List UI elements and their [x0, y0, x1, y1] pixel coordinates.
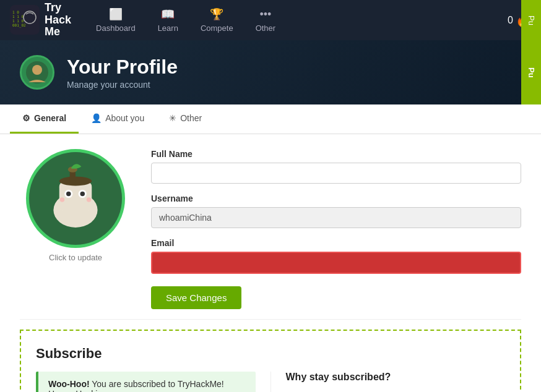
upgrade-button[interactable]: Pu — [521, 0, 541, 40]
success-banner: Woo-Hoo! You are subscribed to TryHackMe… — [36, 372, 256, 392]
tab-about-you[interactable]: 👤 About you — [79, 104, 157, 134]
profile-upgrade-button[interactable]: Pu — [521, 40, 541, 104]
nav-label-other: Other — [256, 23, 276, 33]
username-input[interactable] — [151, 207, 521, 228]
full-name-group: Full Name — [151, 149, 521, 184]
profile-header: Your Profile Manage your account Pu — [0, 40, 541, 104]
svg-text:1 1 0: 1 1 0 — [12, 14, 24, 19]
form-section: Full Name Username Email Save Changes — [151, 149, 521, 309]
svg-text:1 1 0: 1 1 0 — [12, 19, 24, 23]
main-content: Click to update Full Name Username Email… — [0, 134, 541, 392]
nav-label-compete: Compete — [201, 23, 233, 33]
svg-point-7 — [32, 65, 42, 75]
tab-other[interactable]: ✳ Other — [157, 104, 214, 134]
full-name-input[interactable] — [151, 163, 521, 184]
woo-text: Woo-Hoo! — [48, 379, 90, 389]
avatar-icon — [25, 60, 50, 85]
other-icon: ••• — [259, 8, 271, 21]
avatar-click-label: Click to update — [49, 253, 102, 262]
save-changes-button[interactable]: Save Changes — [151, 286, 241, 309]
tab-general[interactable]: ⚙ General — [10, 104, 79, 134]
nav-items: ⬜ Dashboard 📖 Learn 🏆 Compete ••• Other — [86, 2, 508, 38]
username-label: Username — [151, 194, 521, 203]
svg-text:1 0: 1 0 — [12, 10, 19, 14]
full-name-label: Full Name — [151, 149, 521, 159]
subscribe-title: Subscribe — [36, 346, 505, 362]
compete-icon: 🏆 — [210, 7, 223, 21]
email-input[interactable] — [151, 252, 521, 274]
svg-point-13 — [66, 192, 71, 197]
username-group: Username — [151, 194, 521, 228]
email-label: Email — [151, 238, 521, 248]
tab-about-you-label: About you — [105, 113, 144, 123]
streak-count: 0 — [508, 15, 513, 26]
nav-item-learn[interactable]: 📖 Learn — [148, 2, 188, 38]
tab-other-label: Other — [180, 113, 202, 123]
subscribe-left: Woo-Hoo! You are subscribed to TryHackMe… — [36, 372, 256, 392]
svg-text:001_02: 001_02 — [12, 23, 26, 28]
email-group: Email — [151, 238, 521, 274]
svg-point-16 — [87, 197, 92, 202]
nav-item-dashboard[interactable]: ⬜ Dashboard — [86, 2, 145, 38]
profile-form-section: Click to update Full Name Username Email… — [20, 149, 521, 309]
profile-subtitle: Manage your account — [67, 80, 521, 90]
avatar-circle[interactable] — [26, 149, 125, 248]
subscribe-right: Why stay subscribed? ✓ Access to all pre… — [270, 372, 506, 392]
tabs-container: ⚙ General 👤 About you ✳ Other — [0, 104, 541, 134]
profile-title-group: Your Profile Manage your account — [67, 56, 521, 90]
nav-label-dashboard: Dashboard — [96, 23, 136, 33]
dashboard-icon: ⬜ — [109, 7, 123, 21]
nav-item-compete[interactable]: 🏆 Compete — [191, 2, 243, 38]
section-divider — [20, 319, 521, 320]
user-avatar-icon — [29, 149, 122, 248]
brand-logo-icon: 1 0 1 1 0 1 1 0 001_02 — [10, 5, 40, 35]
nav-item-other[interactable]: ••• Other — [246, 3, 286, 38]
svg-point-15 — [60, 197, 65, 202]
nav-label-learn: Learn — [158, 23, 178, 33]
subscribe-two-col: Woo-Hoo! You are subscribed to TryHackMe… — [36, 372, 505, 392]
profile-title: Your Profile — [67, 56, 521, 79]
why-stay-title: Why stay subscribed? — [286, 372, 506, 383]
tab-general-label: General — [34, 113, 66, 123]
learn-icon: 📖 — [161, 7, 175, 21]
navbar: 1 0 1 1 0 1 1 0 001_02 TryHackMe ⬜ Dashb… — [0, 0, 541, 40]
avatar-section: Click to update — [20, 149, 131, 262]
asterisk-icon: ✳ — [169, 113, 176, 123]
svg-point-14 — [80, 192, 85, 197]
brand-logo-link[interactable]: 1 0 1 1 0 1 1 0 001_02 TryHackMe — [10, 2, 71, 38]
brand-name: TryHackMe — [45, 2, 71, 38]
subscribe-section: Subscribe Woo-Hoo! You are subscribed to… — [20, 330, 521, 392]
person-icon: 👤 — [91, 113, 102, 123]
profile-header-avatar — [20, 55, 54, 90]
gear-icon: ⚙ — [22, 113, 30, 123]
